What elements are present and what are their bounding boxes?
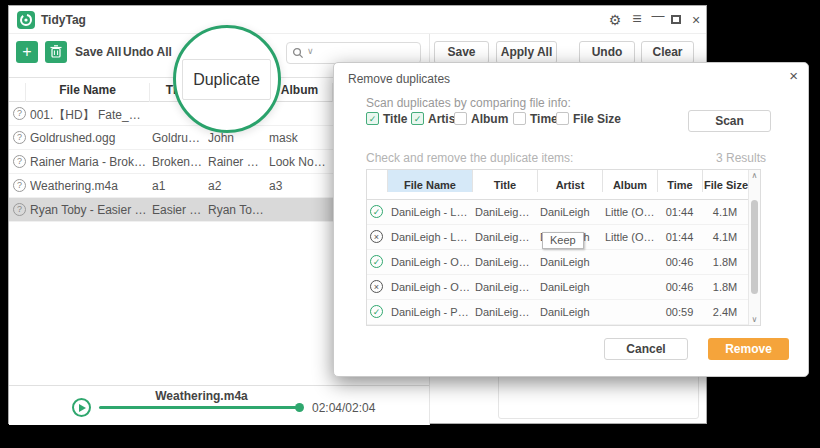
scroll-down-icon[interactable]: ∨ [749,315,760,324]
column-header-artist[interactable]: Artist [537,170,602,192]
duplicates-table-header: File Name Title Artist Album Time File S… [367,170,749,200]
progress-bar[interactable] [99,406,299,409]
unknown-status-icon: ? [13,179,26,192]
scan-hint-label: Scan duplicates by comparing file info: [366,96,571,110]
cell-time: 00:59 [657,306,702,318]
apply-all-button[interactable]: Apply All [496,41,557,64]
close-icon[interactable]: × [688,12,704,28]
delete-button[interactable] [45,41,67,63]
add-files-button[interactable]: + [16,41,38,63]
filter-checkbox-album[interactable] [454,112,467,125]
scrollbar-thumb[interactable] [751,200,758,294]
column-header-file-name[interactable]: File Name [25,83,149,102]
search-scope-caret-icon[interactable]: ∨ [307,46,314,56]
cell-album: Little (Orig... [605,206,657,218]
filter-checkbox-time[interactable] [513,112,526,125]
duplicate-row[interactable]: ✓ DaniLeigh - On (A... DaniLeigh ... Dan… [367,250,750,275]
duplicates-rows: ✓ DaniLeigh - Lurkin... DaniLeigh ... Da… [367,200,750,325]
keep-check-icon[interactable]: ✓ [370,305,383,318]
undo-all-button[interactable]: Undo All [123,45,172,59]
play-icon [79,404,86,412]
unknown-status-icon: ? [13,155,26,168]
save-button[interactable]: Save [434,41,489,64]
cell-artist: DaniLeigh [540,281,600,293]
keep-check-icon[interactable]: ✓ [370,205,383,218]
column-header-file-size[interactable]: File Size [702,170,750,192]
undo-button[interactable]: Undo [579,41,635,64]
cell-file-name: DaniLeigh - Play -... [391,306,471,318]
cell-file-size: 1.8M [702,281,748,293]
cell-title: DaniLeigh ... [475,306,535,318]
cell-title: Broken Ra... [152,155,205,169]
settings-icon[interactable]: ⚙ [607,12,623,28]
cell-artist: a2 [208,179,264,193]
unknown-status-icon: ? [13,203,26,216]
cell-file-name: Weathering.m4a [30,179,150,193]
unknown-status-icon: ? [13,131,26,144]
duplicates-table: File Name Title Artist Album Time File S… [366,169,761,326]
maximize-icon[interactable] [671,15,681,24]
keep-check-icon[interactable]: ✓ [370,255,383,268]
cell-artist: Ryan Toby [208,203,264,217]
cell-time: 01:44 [657,206,702,218]
cell-title: Goldrushed [152,131,205,145]
remove-cross-icon[interactable]: × [370,230,383,243]
scroll-up-icon[interactable]: ∧ [749,171,760,180]
menu-icon[interactable]: ≡ [629,10,645,28]
cell-artist: Rainer Ma... [208,155,264,169]
duplicate-button[interactable]: Duplicate [182,59,271,100]
scan-button[interactable]: Scan [688,110,771,132]
keep-tooltip: Keep [542,232,584,249]
cell-file-name: Goldrushed.ogg [30,131,150,145]
cell-album: Little (Orig... [605,231,657,243]
filter-label-album: Album [471,112,508,126]
remove-button[interactable]: Remove [708,338,789,360]
cell-file-size: 2.4M [702,306,748,318]
cell-title: DaniLeigh ... [475,206,535,218]
filter-checkbox-file-size[interactable] [556,112,569,125]
search-icon [292,47,304,59]
magnifier-callout: Duplicate [173,25,281,133]
cell-artist: DaniLeigh [540,256,600,268]
column-header-file-name[interactable]: File Name [387,170,472,192]
cell-file-name: DaniLeigh - On (A... [391,281,471,293]
duplicate-row[interactable]: ✓ DaniLeigh - Play -... DaniLeigh ... Da… [367,300,750,325]
minimize-icon[interactable]: — [650,8,666,23]
column-header-album[interactable]: Album [602,170,657,192]
cell-file-size: 4.1M [702,231,748,243]
cell-album: a3 [269,179,330,193]
progress-handle[interactable] [295,403,304,412]
remove-duplicates-dialog: Remove duplicates × Scan duplicates by c… [333,62,809,377]
cell-file-name: 001.【HD】 Fate_Grand Ord... [30,107,150,124]
cell-file-name: DaniLeigh - Lurkin... [391,206,471,218]
cell-time: 00:46 [657,256,702,268]
table-scrollbar[interactable]: ∧ ∨ [748,170,760,325]
play-button[interactable] [72,398,91,417]
duplicate-row[interactable]: ✓ DaniLeigh - Lurkin... DaniLeigh ... Da… [367,200,750,225]
cell-album: Look Now... [269,155,330,169]
cell-title: Easier Sai... [152,203,205,217]
titlebar: TidyTag ⚙ ≡ — × [9,6,706,34]
cell-artist: John [208,131,264,145]
cell-file-name: Rainer Maria - Broken Rad... [30,155,150,169]
dialog-close-icon[interactable]: × [789,67,798,84]
save-all-button[interactable]: Save All [75,45,121,59]
now-playing-track: Weathering.m4a [99,389,304,403]
cancel-button[interactable]: Cancel [604,338,688,360]
player-bar: Weathering.m4a 02:04/02:04 [9,385,429,425]
duplicate-row[interactable]: × DaniLeigh - On (A... DaniLeigh ... Dan… [367,275,750,300]
filter-label-time: Time [530,112,558,126]
filter-label-title: Title [383,112,407,126]
dialog-title: Remove duplicates [348,72,450,86]
app-logo-icon [17,11,35,29]
column-header-time[interactable]: Time [657,170,702,192]
filter-label-file-size: File Size [573,112,621,126]
search-input[interactable]: ∨ [286,42,421,64]
cell-file-size: 4.1M [702,206,748,218]
filter-checkbox-artist[interactable]: ✓ [411,112,424,125]
filter-checkbox-title[interactable]: ✓ [366,112,379,125]
clear-button[interactable]: Clear [641,41,694,64]
results-count: 3 Results [716,151,766,165]
remove-cross-icon[interactable]: × [370,280,383,293]
column-header-title[interactable]: Title [472,170,537,192]
